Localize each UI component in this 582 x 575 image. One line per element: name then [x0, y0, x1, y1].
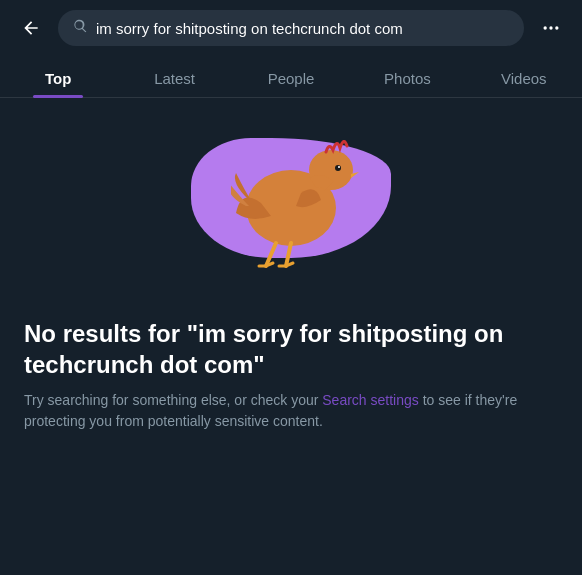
back-arrow-icon [21, 18, 41, 38]
subtitle-prefix-text: Try searching for something else, or che… [24, 392, 322, 408]
chicken-illustration [231, 128, 361, 268]
header: im sorry for shitposting on techcrunch d… [0, 0, 582, 56]
tabs-bar: Top Latest People Photos Videos [0, 56, 582, 98]
more-button[interactable] [534, 11, 568, 45]
svg-point-5 [335, 165, 341, 171]
more-dots-icon [541, 18, 561, 38]
no-results-section: No results for "im sorry for shitposting… [0, 308, 582, 432]
search-icon [72, 18, 88, 38]
tab-photos[interactable]: Photos [349, 56, 465, 97]
search-query-text: im sorry for shitposting on techcrunch d… [96, 20, 510, 37]
tab-latest[interactable]: Latest [116, 56, 232, 97]
tab-top[interactable]: Top [0, 56, 116, 97]
tab-videos[interactable]: Videos [466, 56, 582, 97]
no-results-subtitle: Try searching for something else, or che… [24, 390, 558, 432]
no-results-title: No results for "im sorry for shitposting… [24, 318, 558, 380]
svg-point-2 [555, 26, 558, 29]
search-bar[interactable]: im sorry for shitposting on techcrunch d… [58, 10, 524, 46]
main-content: No results for "im sorry for shitposting… [0, 98, 582, 432]
back-button[interactable] [14, 11, 48, 45]
search-settings-link[interactable]: Search settings [322, 392, 419, 408]
svg-point-6 [338, 166, 340, 168]
svg-point-1 [549, 26, 552, 29]
tab-people[interactable]: People [233, 56, 349, 97]
illustration-inner [171, 128, 411, 288]
illustration-area [0, 98, 582, 308]
svg-point-0 [544, 26, 547, 29]
